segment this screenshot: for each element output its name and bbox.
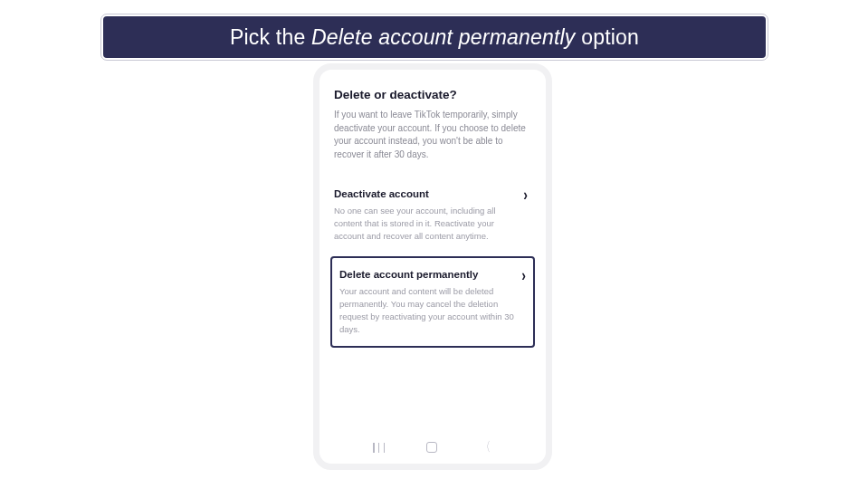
chevron-right-icon: › (521, 265, 526, 284)
option-delete-account-permanently[interactable]: Delete account permanently › Your accoun… (330, 256, 535, 348)
delete-desc: Your account and content will be deleted… (339, 285, 526, 335)
banner-text-italic: Delete account permanently (311, 25, 576, 49)
chevron-right-icon: › (523, 185, 528, 204)
recent-apps-icon[interactable] (373, 443, 385, 453)
banner-text-suffix: option (576, 25, 639, 49)
home-icon[interactable] (426, 442, 437, 453)
back-icon[interactable]: 〈 (482, 439, 491, 455)
page-title: Delete or deactivate? (334, 88, 531, 101)
instruction-banner: Pick the Delete account permanently opti… (101, 14, 768, 60)
phone-screen: Delete or deactivate? If you want to lea… (320, 70, 546, 464)
android-navigation-bar: 〈 (320, 435, 546, 460)
deactivate-desc: No one can see your account, including a… (334, 205, 528, 242)
option-deactivate-account[interactable]: Deactivate account › No one can see your… (334, 177, 531, 251)
phone-frame: Delete or deactivate? If you want to lea… (313, 63, 552, 470)
banner-text-prefix: Pick the (230, 25, 311, 49)
delete-title: Delete account permanently (339, 269, 478, 280)
page-intro: If you want to leave TikTok temporarily,… (334, 109, 531, 161)
deactivate-title: Deactivate account (334, 188, 429, 199)
